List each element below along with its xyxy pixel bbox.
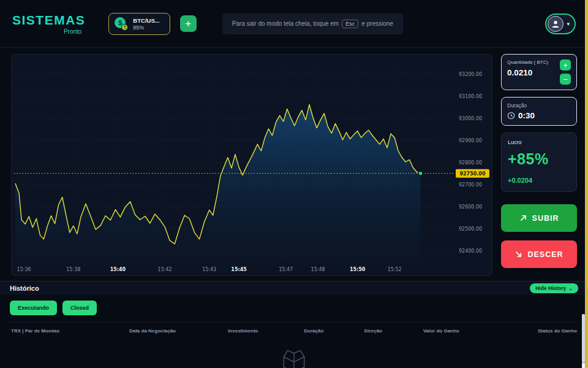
- y-axis-label: 92400.00: [459, 248, 482, 254]
- asset-pair-label: BTC/US...: [133, 17, 159, 24]
- quantity-stepper: + −: [560, 59, 571, 85]
- price-chart-panel: 93200.0093100.0093000.0092900.0092800.00…: [11, 54, 492, 276]
- avatar: [548, 16, 564, 32]
- x-axis-label: 15:36: [17, 267, 31, 272]
- column-header: TRX | Par de Moedas: [11, 328, 102, 334]
- scrollbar-thumb[interactable]: [582, 314, 585, 363]
- x-axis-label: 15:38: [66, 267, 80, 272]
- y-axis-label: 92900.00: [459, 138, 482, 144]
- y-axis-label: 92500.00: [459, 226, 482, 232]
- current-price-tag-text: 92750.00: [459, 171, 485, 177]
- history-body: Executando Closed TRX | Par de MoedasDat…: [0, 295, 588, 368]
- fullscreen-hint: Para sair do modo tela cheia, toque em E…: [222, 13, 403, 34]
- profit-card: Lucro +85% +0.0204: [501, 132, 577, 192]
- chevron-down-icon: ⌄: [568, 286, 573, 291]
- coin-icon: $ T: [115, 17, 128, 31]
- filter-closed-button[interactable]: Closed: [62, 301, 97, 315]
- brand-name: SISTEMAS: [12, 13, 85, 28]
- sell-down-button[interactable]: DESCER: [501, 240, 577, 268]
- y-axis-label: 93200.00: [459, 72, 482, 77]
- y-axis-label: 92800.00: [459, 160, 482, 166]
- column-header: Valor do Ganho: [402, 328, 481, 334]
- buy-up-button[interactable]: SUBIR: [501, 204, 577, 232]
- column-header: Direção: [345, 328, 401, 334]
- esc-key-icon: Esc: [342, 20, 358, 28]
- hint-prefix: Para sair do modo tela cheia, toque em: [232, 20, 339, 27]
- column-header: Status do Ganho: [481, 328, 577, 334]
- column-header: Duração: [283, 328, 345, 334]
- person-icon: [551, 19, 560, 29]
- history-table-header: TRX | Par de MoedasData da NegociaçãoInv…: [10, 322, 578, 338]
- last-price-dot: [418, 171, 423, 175]
- history-header: Histórico Hide History ⌄: [0, 281, 588, 295]
- quantity-decrease-button[interactable]: −: [560, 74, 571, 85]
- duration-card[interactable]: Duração 0:30: [501, 97, 577, 126]
- empty-history-state: [10, 338, 578, 368]
- duration-value: 0:30: [518, 111, 535, 120]
- brand-subtitle: Pronto: [64, 28, 81, 35]
- hide-history-button[interactable]: Hide History ⌄: [530, 283, 578, 293]
- profit-amount: +0.0204: [508, 177, 570, 184]
- x-axis-label: 15:50: [350, 267, 366, 272]
- profit-percent: +85%: [508, 150, 570, 168]
- quantity-value: 0.0210: [507, 68, 548, 77]
- arrow-down-right-icon: [514, 250, 522, 258]
- empty-box-icon: [278, 346, 310, 368]
- scrollbar-corner: [582, 363, 585, 368]
- quantity-label: Quantidade ( BTC): [507, 59, 548, 66]
- y-axis-label: 92600.00: [459, 204, 482, 210]
- history-filters: Executando Closed: [10, 301, 578, 315]
- column-header: Data da Negociação: [102, 328, 203, 334]
- y-axis-label: 92700.00: [459, 182, 482, 188]
- y-axis-label: 93000.00: [459, 116, 482, 121]
- profit-label: Lucro: [508, 139, 570, 145]
- series-area: [15, 104, 421, 259]
- price-chart[interactable]: 93200.0093100.0093000.0092900.0092800.00…: [14, 57, 489, 279]
- arrow-up-right-icon: [519, 214, 527, 222]
- user-menu-button[interactable]: ▾: [545, 13, 576, 34]
- x-axis-label: 15:40: [110, 267, 126, 272]
- asset-selector-chip[interactable]: $ T BTC/US... 85%: [108, 13, 170, 35]
- duration-label: Duração: [507, 102, 571, 109]
- column-header: Investimento: [203, 328, 282, 334]
- filter-executando-button[interactable]: Executando: [10, 301, 57, 315]
- quantity-increase-button[interactable]: +: [560, 59, 571, 71]
- x-axis-label: 15:52: [388, 267, 402, 272]
- x-axis-label: 15:45: [231, 267, 247, 272]
- brand-logo: SISTEMAS Pronto: [12, 13, 85, 35]
- quantity-card: Quantidade ( BTC) 0.0210 + −: [501, 54, 577, 90]
- add-asset-button[interactable]: +: [180, 15, 197, 32]
- asset-payout-label: 85%: [133, 25, 159, 31]
- x-axis-label: 15:43: [202, 267, 216, 272]
- x-axis-label: 15:47: [279, 267, 293, 272]
- history-title: Histórico: [10, 285, 39, 292]
- trading-app: SISTEMAS Pronto $ T BTC/US... 85% + Para…: [0, 0, 588, 368]
- trade-panel: Quantidade ( BTC) 0.0210 + − Duração 0:3…: [501, 54, 577, 276]
- clock-icon: [507, 112, 515, 120]
- top-bar: SISTEMAS Pronto $ T BTC/US... 85% + Para…: [0, 0, 588, 48]
- x-axis-label: 15:42: [158, 267, 172, 272]
- chevron-down-icon: ▾: [567, 21, 570, 27]
- main-area: 93200.0093100.0093000.0092900.0092800.00…: [0, 48, 588, 281]
- hint-suffix: e pressione: [361, 20, 393, 27]
- edge-accent-strip: [585, 0, 588, 368]
- x-axis-label: 15:48: [311, 267, 325, 272]
- y-axis-label: 93100.00: [459, 94, 482, 99]
